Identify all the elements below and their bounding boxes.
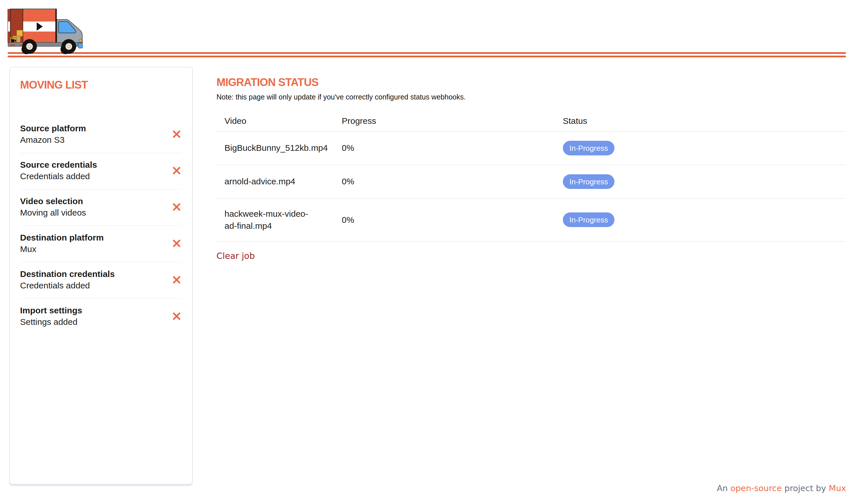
video-progress: 0% (342, 176, 563, 187)
video-name: arnold-advice.mp4 (224, 176, 315, 187)
footer-middle: project by (784, 483, 826, 493)
front-step (78, 43, 83, 48)
migration-status-title: MIGRATION STATUS (216, 77, 846, 88)
remove-source-credentials-button[interactable] (173, 166, 181, 175)
table-row: hackweek-mux-video-ad-final.mp4 0% In-Pr… (215, 199, 846, 242)
x-icon (173, 203, 181, 211)
item-title: Import settings (20, 305, 82, 316)
item-value: Mux (20, 244, 104, 255)
sidebar-item-destination-platform: Destination platform Mux (20, 226, 181, 262)
sidebar-item-source-platform: Source platform Amazon S3 (20, 117, 181, 153)
item-title: Source credentials (20, 159, 97, 170)
migration-table: Video Progress Status BigBuckBunny_512kb… (215, 115, 846, 242)
moving-list-title: MOVING LIST (20, 79, 181, 90)
migration-status-section: MIGRATION STATUS Note: this page will on… (215, 77, 846, 261)
remove-source-platform-button[interactable] (173, 130, 181, 138)
video-name: hackweek-mux-video-ad-final.mp4 (224, 208, 315, 232)
x-icon (173, 239, 181, 247)
item-value: Credentials added (20, 280, 115, 291)
column-header-video: Video (224, 115, 342, 127)
sidebar-item-import-settings: Import settings Settings added (20, 299, 181, 335)
rear-wheel (22, 39, 37, 54)
moving-truck-logo (7, 4, 85, 54)
table-header-row: Video Progress Status (215, 115, 846, 131)
x-icon (173, 166, 181, 175)
status-badge: In-Progress (563, 174, 614, 189)
webhooks-note: Note: this page will only update if you'… (216, 92, 846, 102)
x-icon (173, 130, 181, 138)
moving-list-panel: MOVING LIST Source platform Amazon S3 So… (10, 67, 193, 485)
sidebar-item-destination-credentials: Destination credentials Credentials adde… (20, 262, 181, 299)
status-badge: In-Progress (563, 213, 614, 227)
sidebar-item-source-credentials: Source credentials Credentials added (20, 153, 181, 190)
taillight (10, 44, 15, 46)
column-header-progress: Progress (342, 115, 563, 127)
remove-import-settings-button[interactable] (173, 312, 181, 320)
road-line-top (8, 52, 846, 54)
remove-destination-credentials-button[interactable] (173, 276, 181, 284)
table-row: arnold-advice.mp4 0% In-Progress (215, 165, 846, 199)
remove-destination-platform-button[interactable] (173, 239, 181, 247)
front-wheel (62, 39, 76, 54)
truck-cargo-box (23, 9, 57, 43)
headlight (79, 39, 82, 42)
item-title: Source platform (20, 123, 86, 134)
video-name: BigBuckBunny_512kb.mp4 (224, 142, 315, 154)
mux-link[interactable]: Mux (829, 483, 846, 493)
page: { "colors": { "accent_orange": "#ec6a48"… (0, 0, 851, 504)
item-value: Credentials added (20, 170, 97, 182)
x-icon (173, 312, 181, 320)
footer-prefix: An (717, 483, 728, 493)
column-header-status: Status (563, 115, 846, 127)
item-title: Destination platform (20, 232, 104, 244)
clear-job-link[interactable]: Clear job (216, 251, 255, 261)
item-value: Settings added (20, 316, 82, 328)
remove-video-selection-button[interactable] (173, 203, 181, 211)
x-icon (173, 276, 181, 284)
open-source-link[interactable]: open-source (730, 483, 782, 493)
status-badge: In-Progress (563, 141, 614, 156)
road-line-bottom (8, 56, 846, 57)
video-progress: 0% (342, 142, 563, 154)
item-value: Amazon S3 (20, 134, 86, 146)
video-progress: 0% (342, 214, 563, 226)
item-title: Video selection (20, 196, 86, 207)
footer-credit: An open-source project by Mux (717, 483, 846, 493)
sidebar-item-video-selection: Video selection Moving all videos (20, 190, 181, 226)
item-value: Moving all videos (20, 207, 86, 218)
item-title: Destination credentials (20, 268, 115, 280)
table-row: BigBuckBunny_512kb.mp4 0% In-Progress (215, 131, 846, 165)
